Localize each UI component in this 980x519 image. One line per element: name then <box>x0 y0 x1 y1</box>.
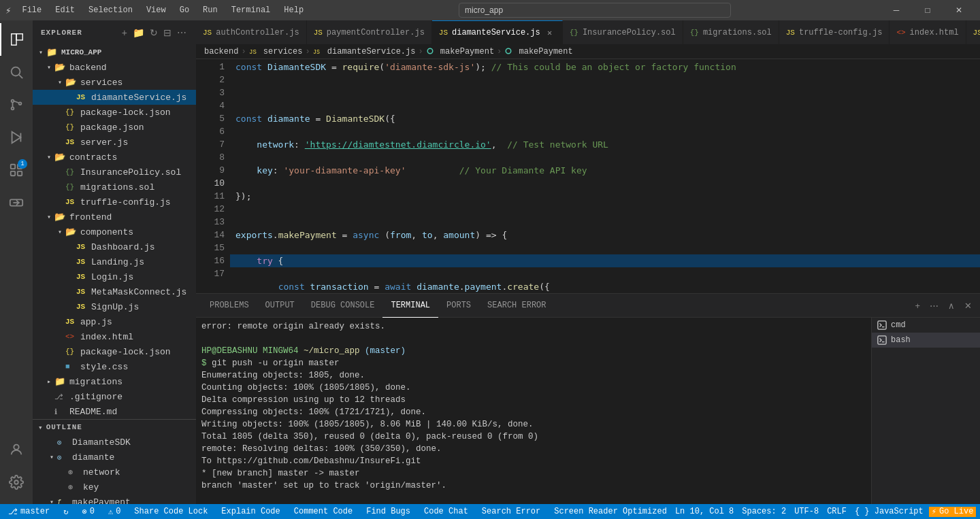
menu-run[interactable]: Run <box>197 4 223 16</box>
tree-item-server[interactable]: JS server.js <box>33 135 196 150</box>
tree-item-package-json[interactable]: {} package.json <box>33 120 196 135</box>
tab-indexhtml[interactable]: <> index.html <box>889 20 966 44</box>
panel-tab-search-error[interactable]: SEARCH ERROR <box>479 294 554 318</box>
maximize-button[interactable]: □ <box>912 0 943 20</box>
more-actions-button[interactable]: ⋯ <box>176 26 188 39</box>
menu-terminal[interactable]: Terminal <box>226 4 276 16</box>
breadcrumb-makepayment1[interactable]: makePayment <box>426 47 494 56</box>
code-editor[interactable]: 12345 6789 10 1112131415 1617 const Diam… <box>196 59 980 293</box>
tree-item-dashboard[interactable]: JS Dashboard.js <box>33 239 196 254</box>
status-code-chat[interactable]: Code Chat <box>421 507 471 516</box>
tree-item-stylecss[interactable]: ■ style.css <box>33 359 196 374</box>
breadcrumb-makepayment2[interactable]: makePayment <box>504 47 572 56</box>
status-explain-code[interactable]: Explain Code <box>218 507 282 516</box>
close-button[interactable]: ✕ <box>943 0 975 20</box>
status-find-bugs[interactable]: Find Bugs <box>363 507 413 516</box>
status-warnings[interactable]: ⚠ 0 <box>105 507 123 517</box>
tree-item-insurancepolicy[interactable]: {} InsurancePolicy.sol <box>33 165 196 180</box>
status-git-branch[interactable]: ⎇ master <box>5 507 52 517</box>
tree-item-diamanteservice[interactable]: JS diamanteService.js <box>33 90 196 105</box>
menu-edit[interactable]: Edit <box>50 4 80 16</box>
new-file-button[interactable]: + <box>120 26 129 39</box>
tree-item-migrations-folder[interactable]: ▸ 📁 migrations <box>33 374 196 389</box>
tree-item-appjs[interactable]: JS app.js <box>33 314 196 329</box>
activity-icon-remote[interactable] <box>0 186 33 219</box>
tree-item-micro_app[interactable]: ▾ 📁 MICRO_APP <box>33 45 196 60</box>
tree-item-services[interactable]: ▾ 📂 services <box>33 75 196 90</box>
activity-icon-explorer[interactable] <box>0 23 33 56</box>
tree-item-landing[interactable]: JS Landing.js <box>33 254 196 269</box>
status-screen-reader[interactable]: Screen Reader Optimized <box>551 507 670 516</box>
outline-item-network[interactable]: ⊛ network <box>33 465 196 480</box>
outline-header[interactable]: ▾ OUTLINE <box>33 420 196 435</box>
terminal-session-cmd[interactable]: cmd <box>872 318 980 333</box>
tree-item-truffle[interactable]: JS truffle-config.js <box>33 195 196 210</box>
outline-item-diamantesdk[interactable]: ⊙ DiamanteSDK <box>33 435 196 450</box>
tree-item-indexhtml[interactable]: <> index.html <box>33 329 196 344</box>
outline-item-key[interactable]: ⊛ key <box>33 480 196 495</box>
code-content[interactable]: const DiamanteSDK = require('diamante-sd… <box>230 59 980 293</box>
panel-tab-terminal[interactable]: TERMINAL <box>382 294 438 318</box>
menu-selection[interactable]: Selection <box>83 4 138 16</box>
activity-icon-run[interactable] <box>0 121 33 154</box>
breadcrumb-diamanteservice[interactable]: JS diamanteService.js <box>313 47 416 56</box>
status-encoding[interactable]: UTF-8 <box>791 507 821 516</box>
new-folder-button[interactable]: 📁 <box>131 26 146 39</box>
outline-item-makepayment[interactable]: ▾ ƒ makePayment <box>33 495 196 504</box>
search-input[interactable] <box>459 3 731 18</box>
tab-migrations[interactable]: {} migrations.sol <box>683 20 779 44</box>
panel-tab-output[interactable]: OUTPUT <box>257 294 303 318</box>
activity-icon-extensions[interactable]: 1 <box>0 154 33 186</box>
status-line-col[interactable]: Ln 10, Col 8 <box>672 507 736 516</box>
refresh-button[interactable]: ↻ <box>148 26 159 39</box>
menu-go[interactable]: Go <box>174 4 195 16</box>
tree-item-package-lock[interactable]: {} package-lock.json <box>33 105 196 120</box>
tree-item-components[interactable]: ▾ 📂 components <box>33 224 196 239</box>
activity-icon-account[interactable] <box>0 433 33 466</box>
tab-appjs[interactable]: JS app.js <box>966 20 980 44</box>
tree-item-readme[interactable]: ℹ README.md <box>33 404 196 419</box>
minimize-button[interactable]: ─ <box>881 0 912 20</box>
tree-item-contracts[interactable]: ▾ 📂 contracts <box>33 150 196 165</box>
tree-item-gitignore[interactable]: ⎇ .gitignore <box>33 389 196 404</box>
status-share-code-lock[interactable]: Share Code Lock <box>131 507 210 516</box>
tree-item-metamask[interactable]: JS MetaMaskConnect.js <box>33 284 196 299</box>
tab-paymentcontroller[interactable]: JS paymentController.js <box>307 20 432 44</box>
status-errors[interactable]: ⊗ 0 <box>79 507 97 517</box>
activity-icon-settings[interactable] <box>0 466 33 499</box>
outline-item-diamante[interactable]: ▾ ⊙ diamante <box>33 450 196 465</box>
status-comment-code[interactable]: Comment Code <box>291 507 355 516</box>
status-lang[interactable]: { } JavaScript <box>852 507 926 516</box>
tree-item-signup[interactable]: JS SignUp.js <box>33 299 196 314</box>
tab-truffle[interactable]: JS truffle-config.js <box>779 20 890 44</box>
tab-diamanteservice[interactable]: JS diamanteService.js ✕ <box>432 20 563 44</box>
panel-more-button[interactable]: ⋯ <box>927 299 941 312</box>
tree-item-backend[interactable]: ▾ 📂 backend <box>33 60 196 75</box>
status-sync[interactable]: ↻ <box>61 507 71 517</box>
breadcrumb-backend[interactable]: backend <box>204 47 238 56</box>
panel-tab-problems[interactable]: PROBLEMS <box>201 294 257 318</box>
status-eol[interactable]: CRLF <box>824 507 849 516</box>
menu-view[interactable]: View <box>141 4 172 16</box>
tree-item-packagelock-frontend[interactable]: {} package-lock.json <box>33 344 196 359</box>
status-search-error[interactable]: Search Error <box>479 507 543 516</box>
panel-tab-debug-console[interactable]: DEBUG CONSOLE <box>303 294 383 318</box>
status-go-live[interactable]: ⚡ Go Live <box>929 507 977 517</box>
tab-close-diamanteservice[interactable]: ✕ <box>544 27 555 38</box>
panel-collapse-button[interactable]: ∧ <box>945 299 958 312</box>
activity-icon-source-control[interactable] <box>0 88 33 121</box>
collapse-button[interactable]: ⊟ <box>162 26 173 39</box>
tab-insurancepolicy[interactable]: {} InsurancePolicy.sol <box>563 20 683 44</box>
menu-help[interactable]: Help <box>278 4 309 16</box>
activity-icon-search[interactable] <box>0 56 33 88</box>
tree-item-login[interactable]: JS Login.js <box>33 269 196 284</box>
terminal-content[interactable]: error: remote origin already exists. HP@… <box>196 318 871 504</box>
status-spaces[interactable]: Spaces: 2 <box>739 507 789 516</box>
tab-authcontroller[interactable]: JS authController.js <box>196 20 307 44</box>
tree-item-frontend[interactable]: ▾ 📂 frontend <box>33 210 196 224</box>
new-terminal-button[interactable]: + <box>912 299 923 312</box>
breadcrumb-services[interactable]: JS services <box>249 47 303 56</box>
panel-tab-ports[interactable]: PORTS <box>438 294 479 318</box>
panel-close-button[interactable]: ✕ <box>962 299 975 312</box>
menu-file[interactable]: File <box>16 4 47 16</box>
